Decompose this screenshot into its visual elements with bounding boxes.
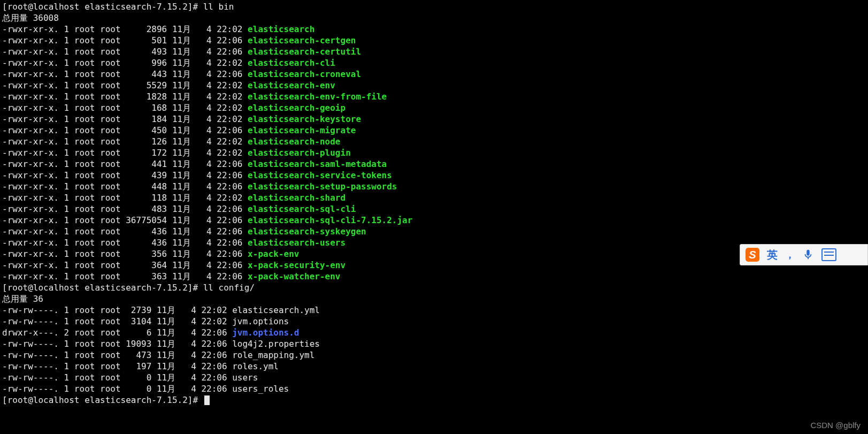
ime-separator-icon: ， bbox=[785, 249, 795, 261]
listing-row: -rwxr-xr-x. 1 root root 5529 11月 4 22:02… bbox=[2, 80, 866, 91]
prompt-line[interactable]: [root@localhost elasticsearch-7.15.2]# bbox=[2, 394, 866, 406]
listing-row: -rwxr-xr-x. 1 root root 126 11月 4 22:02 … bbox=[2, 136, 866, 147]
cursor-icon bbox=[204, 395, 210, 405]
prompt-line: [root@localhost elasticsearch-7.15.2]# l… bbox=[2, 282, 866, 293]
listing-row: -rwxr-xr-x. 1 root root 450 11月 4 22:06 … bbox=[2, 125, 866, 136]
listing-row: -rwxr-xr-x. 1 root root 439 11月 4 22:06 … bbox=[2, 170, 866, 181]
listing-row: -rwxr-xr-x. 1 root root 172 11月 4 22:02 … bbox=[2, 147, 866, 158]
listing-row: -rwxr-xr-x. 1 root root 501 11月 4 22:06 … bbox=[2, 35, 866, 46]
watermark-text: CSDN @gblfy bbox=[810, 420, 861, 431]
listing-row: -rwxr-xr-x. 1 root root 184 11月 4 22:02 … bbox=[2, 113, 866, 125]
listing-row: -rw-rw----. 1 root root 473 11月 4 22:06 … bbox=[2, 349, 866, 361]
listing-row: drwxr-x---. 2 root root 6 11月 4 22:06 jv… bbox=[2, 327, 866, 338]
listing-row: -rwxr-xr-x. 1 root root 493 11月 4 22:06 … bbox=[2, 46, 866, 57]
sogou-logo-icon[interactable]: S bbox=[746, 248, 759, 262]
microphone-icon[interactable] bbox=[802, 249, 814, 261]
total-line: 总用量 36008 bbox=[2, 12, 866, 24]
listing-row: -rw-rw----. 1 root root 3104 11月 4 22:02… bbox=[2, 316, 866, 327]
listing-row: -rwxr-xr-x. 1 root root 363 11月 4 22:06 … bbox=[2, 271, 866, 282]
listing-row: -rwxr-xr-x. 1 root root 436 11月 4 22:06 … bbox=[2, 226, 866, 237]
listing-row: -rw-rw----. 1 root root 19093 11月 4 22:0… bbox=[2, 338, 866, 349]
listing-row: -rwxr-xr-x. 1 root root 1828 11月 4 22:02… bbox=[2, 91, 866, 102]
listing-row: -rwxr-xr-x. 1 root root 996 11月 4 22:02 … bbox=[2, 57, 866, 68]
listing-row: -rwxr-xr-x. 1 root root 443 11月 4 22:06 … bbox=[2, 68, 866, 80]
listing-row: -rwxr-xr-x. 1 root root 436 11月 4 22:06 … bbox=[2, 237, 866, 248]
listing-row: -rw-rw----. 1 root root 2739 11月 4 22:02… bbox=[2, 304, 866, 316]
ime-toolbar[interactable]: S 英 ， bbox=[740, 244, 868, 265]
total-line: 总用量 36 bbox=[2, 293, 866, 304]
listing-row: -rw-rw----. 1 root root 0 11月 4 22:06 us… bbox=[2, 372, 866, 383]
listing-row: -rwxr-xr-x. 1 root root 2896 11月 4 22:02… bbox=[2, 24, 866, 35]
listing-row: -rwxr-xr-x. 1 root root 483 11月 4 22:06 … bbox=[2, 203, 866, 215]
listing-row: -rwxr-xr-x. 1 root root 441 11月 4 22:06 … bbox=[2, 158, 866, 170]
terminal-output[interactable]: [root@localhost elasticsearch-7.15.2]# l… bbox=[0, 0, 868, 407]
listing-row: -rw-rw----. 1 root root 197 11月 4 22:06 … bbox=[2, 361, 866, 372]
listing-row: -rwxr-xr-x. 1 root root 364 11月 4 22:06 … bbox=[2, 260, 866, 271]
listing-row: -rw-rw----. 1 root root 0 11月 4 22:06 us… bbox=[2, 383, 866, 394]
listing-row: -rwxr-xr-x. 1 root root 448 11月 4 22:06 … bbox=[2, 181, 866, 192]
listing-row: -rwxr-xr-x. 1 root root 168 11月 4 22:02 … bbox=[2, 102, 866, 113]
listing-row: -rwxr-xr-x. 1 root root 118 11月 4 22:02 … bbox=[2, 192, 866, 203]
ime-language-indicator[interactable]: 英 bbox=[767, 249, 778, 261]
listing-row: -rwxr-xr-x. 1 root root 36775054 11月 4 2… bbox=[2, 215, 866, 226]
listing-row: -rwxr-xr-x. 1 root root 356 11月 4 22:06 … bbox=[2, 248, 866, 260]
soft-keyboard-icon[interactable] bbox=[821, 248, 836, 261]
prompt-line: [root@localhost elasticsearch-7.15.2]# l… bbox=[2, 1, 866, 12]
